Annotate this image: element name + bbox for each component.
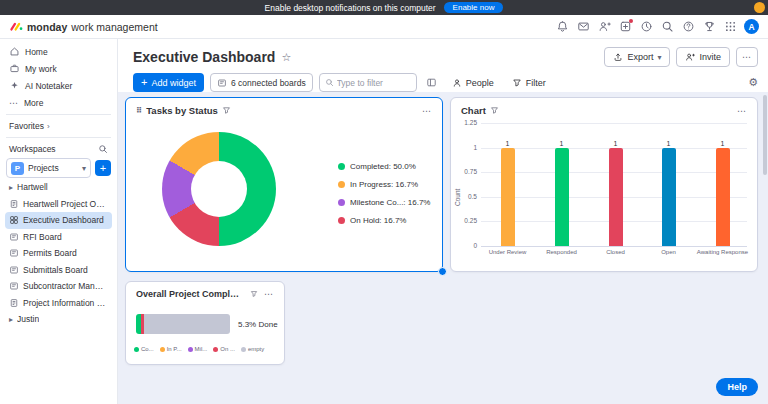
sidebar-item-label: Hartwell	[17, 182, 48, 192]
widget-menu-icon[interactable]: ⋯	[422, 106, 432, 116]
enable-now-button[interactable]: Enable now	[444, 2, 504, 13]
legend-item: On Hold: 16.7%	[338, 216, 430, 225]
funnel-icon[interactable]	[490, 106, 499, 115]
overall-project-completion-widget[interactable]: Overall Project Complet... ⋯ 5.3% Done C…	[125, 281, 285, 365]
sidebar-item-executive-dashboard[interactable]: Executive Dashboard	[5, 212, 112, 229]
invite-members-icon[interactable]	[597, 20, 611, 34]
widget-header: Overall Project Complet... ⋯	[126, 282, 284, 299]
brand-product: work management	[71, 21, 157, 33]
sidebar-item-rfi-board[interactable]: RFI Board	[5, 229, 112, 246]
invite-button[interactable]: Invite	[676, 47, 730, 67]
sidebar-item-ai-notetaker[interactable]: AI Notetaker	[5, 77, 112, 94]
add-widget-button[interactable]: + Add widget	[133, 73, 204, 92]
bar[interactable]	[609, 148, 623, 246]
sidebar-item-label: AI Notetaker	[25, 81, 72, 91]
legend-label: Co...	[141, 346, 154, 352]
y-tick: 0.5	[455, 193, 477, 200]
y-tick: 0.25	[455, 217, 477, 224]
dashboard-icon	[9, 215, 19, 225]
board-icon	[9, 232, 19, 242]
sidebar-item-heartwell-project-overview[interactable]: Heartwell Project Overview	[5, 196, 112, 213]
drag-handle-icon[interactable]: ⠿	[136, 106, 142, 115]
funnel-icon[interactable]	[222, 106, 231, 115]
chart-widget[interactable]: Chart ⋯ Count 1.25 1 0.75 0.5 0.25 0	[450, 97, 758, 272]
sidebar-item-my-work[interactable]: My work	[5, 60, 112, 77]
funnel-icon	[512, 78, 522, 88]
user-avatar[interactable]: A	[744, 19, 759, 34]
bar[interactable]	[555, 148, 569, 246]
filter-input[interactable]	[337, 78, 411, 88]
x-tick-label: Under Review	[481, 249, 534, 255]
more-icon: ⋯	[9, 98, 19, 108]
expand-chevron-icon[interactable]: ▸	[9, 315, 13, 324]
widget-menu-icon[interactable]: ⋯	[737, 106, 747, 116]
page-header: Executive Dashboard ☆ Export ▾ Invite ⋯	[133, 44, 758, 70]
bar-column: 1	[642, 123, 695, 246]
sidebar-item-hartwell[interactable]: ▸ Hartwell	[5, 179, 112, 196]
help-icon[interactable]	[681, 20, 695, 34]
sidebar-item-project-information-hub[interactable]: Project Information Hub	[5, 295, 112, 312]
apps-grid-icon[interactable]	[723, 20, 737, 34]
sidebar-item-subcontractor-management[interactable]: Subcontractor Management	[5, 278, 112, 295]
legend-label: On Hold: 16.7%	[350, 216, 406, 225]
workspace-selector[interactable]: P Projects ▾	[6, 158, 91, 178]
donut-hole	[191, 161, 247, 217]
legend-dot	[188, 347, 193, 352]
brand-name: monday	[27, 21, 67, 33]
history-icon[interactable]	[639, 20, 653, 34]
tasks-by-status-widget[interactable]: ⠿ Tasks by Status ⋯ Completed: 50.0% In …	[125, 97, 443, 272]
sidebar-item-home[interactable]: Home	[5, 43, 112, 60]
legend-item: On ...	[213, 346, 235, 352]
settings-gear-icon[interactable]: ⚙	[748, 76, 758, 89]
funnel-icon[interactable]	[250, 290, 258, 298]
bar[interactable]	[501, 148, 515, 246]
widget-resize-handle[interactable]	[438, 267, 447, 276]
legend-label: empty	[248, 346, 264, 352]
export-button[interactable]: Export ▾	[604, 47, 670, 67]
board-filter-button[interactable]	[423, 73, 440, 92]
connected-boards-button[interactable]: 6 connected boards	[210, 73, 313, 92]
expand-chevron-icon[interactable]: ▸	[9, 183, 13, 192]
search-icon[interactable]	[660, 20, 674, 34]
sidebar-item-justin[interactable]: ▸ Justin	[5, 311, 112, 328]
legend-item: Completed: 50.0%	[338, 162, 430, 171]
legend-dot	[338, 163, 345, 170]
sparkle-icon	[9, 80, 20, 91]
sidebar-item-submittals-board[interactable]: Submittals Board	[5, 262, 112, 279]
marketplace-icon[interactable]	[618, 20, 632, 34]
ellipsis-icon: ⋯	[742, 52, 752, 62]
notification-dot	[629, 19, 633, 23]
people-button[interactable]: People	[446, 73, 500, 92]
home-icon	[9, 46, 20, 57]
favorite-star-icon[interactable]: ☆	[281, 51, 291, 64]
inbox-icon[interactable]	[576, 20, 590, 34]
filter-button[interactable]: Filter	[506, 73, 552, 92]
done-percent-label: 5.3% Done	[238, 320, 278, 329]
invite-label: Invite	[699, 52, 721, 62]
page-menu-button[interactable]: ⋯	[736, 47, 758, 67]
top-bar-actions: A	[555, 19, 759, 34]
legend-label: In P...	[167, 346, 182, 352]
workspace-search-icon[interactable]	[98, 144, 108, 154]
legend-dot	[213, 347, 218, 352]
dashboard-canvas: ⠿ Tasks by Status ⋯ Completed: 50.0% In …	[118, 92, 768, 404]
bar-column: 1	[589, 123, 642, 246]
bar-value-label: 1	[506, 140, 510, 147]
bar[interactable]	[662, 148, 676, 246]
sidebar-item-permits-board[interactable]: Permits Board	[5, 245, 112, 262]
legend-dot	[338, 199, 345, 206]
widget-menu-icon[interactable]: ⋯	[264, 289, 274, 299]
x-tick-label: Awaiting Response	[696, 249, 749, 255]
filter-search-box	[319, 73, 417, 92]
add-workspace-item-button[interactable]: +	[95, 160, 111, 176]
legend-label: Mil...	[195, 346, 208, 352]
sidebar-item-more[interactable]: ⋯ More	[5, 94, 112, 111]
whats-new-icon[interactable]	[702, 20, 716, 34]
favorites-section-toggle[interactable]: Favorites ›	[5, 118, 112, 134]
add-widget-label: Add widget	[151, 78, 196, 88]
vertical-scrollbar[interactable]	[763, 95, 767, 175]
bell-icon[interactable]	[555, 20, 569, 34]
bar[interactable]	[716, 148, 730, 246]
help-button[interactable]: Help	[716, 378, 758, 396]
top-bar: monday work management	[0, 15, 768, 39]
